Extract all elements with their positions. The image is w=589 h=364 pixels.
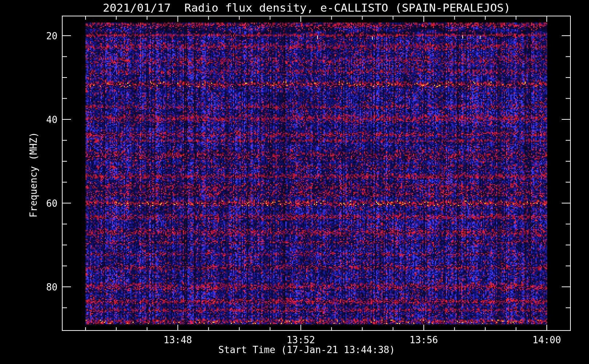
x-tick-label-1348: 13:48 <box>149 335 207 345</box>
spectrogram-page: 2021/01/17 Radio flux density, e-CALLIST… <box>0 0 589 364</box>
x-axis-title: Start Time (17-Jan-21 13:44:38) <box>53 344 561 355</box>
plot-frame-and-ticks <box>0 0 589 364</box>
y-tick-label-80: 80 <box>21 282 58 293</box>
x-tick-label-1356: 13:56 <box>395 335 453 345</box>
y-tick-label-20: 20 <box>21 31 58 41</box>
y-tick-label-60: 60 <box>21 198 58 209</box>
y-tick-label-40: 40 <box>21 114 58 125</box>
x-tick-label-1352: 13:52 <box>272 335 330 345</box>
x-tick-label-1400: 14:00 <box>518 335 576 345</box>
chart-title: 2021/01/17 Radio flux density, e-CALLIST… <box>53 1 561 14</box>
